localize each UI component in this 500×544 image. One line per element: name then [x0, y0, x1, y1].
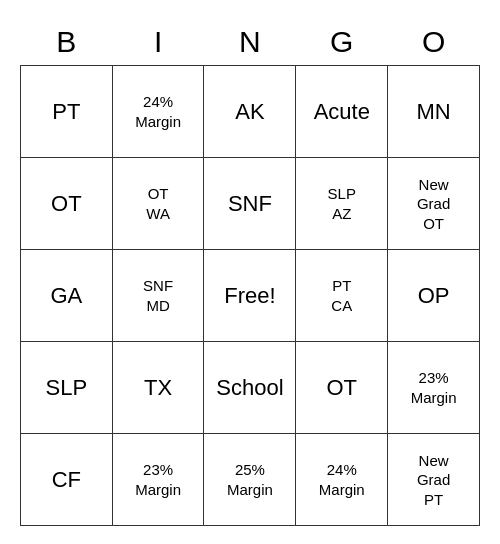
- cell-label: Free!: [208, 283, 291, 309]
- cell-label: SNFMD: [117, 276, 200, 315]
- cell-label: OT: [300, 375, 383, 401]
- cell-label: SLPAZ: [300, 184, 383, 223]
- header-n: N: [204, 18, 296, 66]
- cell-r2-c2: Free!: [204, 250, 296, 342]
- cell-r3-c2: School: [204, 342, 296, 434]
- cell-r4-c4: NewGradPT: [388, 434, 480, 526]
- cell-r0-c0: PT: [21, 66, 113, 158]
- cell-label: 24%Margin: [300, 460, 383, 499]
- header-row: B I N G O: [21, 18, 480, 66]
- cell-r2-c1: SNFMD: [112, 250, 204, 342]
- cell-label: School: [208, 375, 291, 401]
- cell-label: Acute: [300, 99, 383, 125]
- cell-label: 23%Margin: [392, 368, 475, 407]
- cell-r1-c4: NewGradOT: [388, 158, 480, 250]
- cell-label: 25%Margin: [208, 460, 291, 499]
- cell-label: MN: [392, 99, 475, 125]
- cell-r0-c4: MN: [388, 66, 480, 158]
- cell-r4-c3: 24%Margin: [296, 434, 388, 526]
- cell-r1-c3: SLPAZ: [296, 158, 388, 250]
- cell-r1-c1: OTWA: [112, 158, 204, 250]
- table-row: PT24%MarginAKAcuteMN: [21, 66, 480, 158]
- cell-r1-c2: SNF: [204, 158, 296, 250]
- cell-r0-c2: AK: [204, 66, 296, 158]
- table-row: GASNFMDFree!PTCAOP: [21, 250, 480, 342]
- cell-r1-c0: OT: [21, 158, 113, 250]
- header-g: G: [296, 18, 388, 66]
- bingo-table: B I N G O PT24%MarginAKAcuteMNOTOTWASNFS…: [20, 18, 480, 527]
- cell-label: PT: [25, 99, 108, 125]
- cell-r2-c4: OP: [388, 250, 480, 342]
- cell-r0-c3: Acute: [296, 66, 388, 158]
- cell-r2-c3: PTCA: [296, 250, 388, 342]
- cell-label: OT: [25, 191, 108, 217]
- cell-label: OP: [392, 283, 475, 309]
- cell-label: TX: [117, 375, 200, 401]
- cell-label: 24%Margin: [117, 92, 200, 131]
- cell-r4-c1: 23%Margin: [112, 434, 204, 526]
- bingo-card: B I N G O PT24%MarginAKAcuteMNOTOTWASNFS…: [20, 18, 480, 527]
- header-o: O: [388, 18, 480, 66]
- cell-r3-c1: TX: [112, 342, 204, 434]
- cell-label: SNF: [208, 191, 291, 217]
- cell-r3-c0: SLP: [21, 342, 113, 434]
- cell-label: SLP: [25, 375, 108, 401]
- cell-label: OTWA: [117, 184, 200, 223]
- cell-label: AK: [208, 99, 291, 125]
- cell-r2-c0: GA: [21, 250, 113, 342]
- cell-r3-c4: 23%Margin: [388, 342, 480, 434]
- cell-label: GA: [25, 283, 108, 309]
- cell-label: NewGradOT: [392, 175, 475, 234]
- cell-label: 23%Margin: [117, 460, 200, 499]
- table-row: CF23%Margin25%Margin24%MarginNewGradPT: [21, 434, 480, 526]
- header-b: B: [21, 18, 113, 66]
- cell-r0-c1: 24%Margin: [112, 66, 204, 158]
- table-row: OTOTWASNFSLPAZNewGradOT: [21, 158, 480, 250]
- table-row: SLPTXSchoolOT23%Margin: [21, 342, 480, 434]
- cell-label: NewGradPT: [392, 451, 475, 510]
- cell-label: PTCA: [300, 276, 383, 315]
- header-i: I: [112, 18, 204, 66]
- cell-r3-c3: OT: [296, 342, 388, 434]
- cell-label: CF: [25, 467, 108, 493]
- cell-r4-c0: CF: [21, 434, 113, 526]
- cell-r4-c2: 25%Margin: [204, 434, 296, 526]
